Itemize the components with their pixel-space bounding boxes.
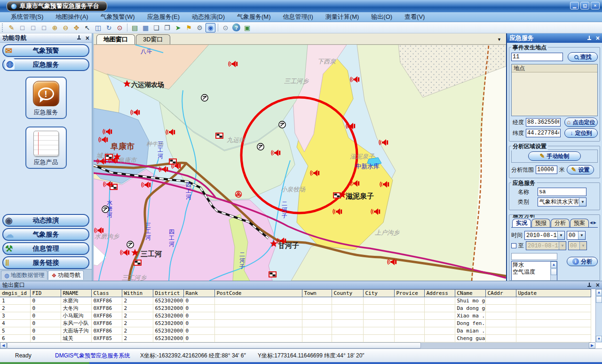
hour-to-select[interactable]: 00 ▼	[568, 241, 587, 250]
column-header[interactable]: dmgis_id	[0, 290, 30, 297]
tab-forecast[interactable]: 预报	[531, 219, 550, 227]
menu-view[interactable]: 查看(V)	[398, 13, 431, 21]
column-header[interactable]: PostCode	[214, 290, 302, 297]
map-canvas[interactable]: 八斗六运湖农场三工河乡下西泉九运街阜康市城关镇阜康市种牛场滋泥泉子中新水库滋泥泉…	[94, 45, 506, 281]
tab-scroll-arrows[interactable]: ◀▶	[590, 221, 597, 225]
hour-select[interactable]: 00 ▼	[567, 231, 586, 240]
listbox-scrollbar[interactable]: ▲	[550, 261, 557, 281]
close-button[interactable]: ×	[591, 2, 600, 9]
mine-marker[interactable]	[279, 121, 285, 128]
print-icon[interactable]: ❏	[151, 23, 161, 32]
column-header[interactable]: Within	[122, 290, 153, 297]
tab-3d-window[interactable]: 3D窗口	[136, 34, 170, 44]
analyze-button[interactable]: i 分析	[567, 257, 598, 266]
column-header[interactable]: Rank	[183, 290, 214, 297]
chevron-down-icon[interactable]: ▼	[579, 198, 586, 206]
flag-marker[interactable]	[169, 159, 176, 164]
tab-function-navigation[interactable]: ❖ 功能导航	[48, 270, 84, 280]
zoom-in-icon[interactable]: ⊕	[50, 23, 60, 32]
tab-analysis[interactable]: 分析	[551, 219, 570, 227]
sidebar-item-weather-service[interactable]: ☁ 气象服务	[2, 228, 89, 241]
column-header[interactable]: CAddr	[485, 290, 516, 297]
sidebar-item-info-management[interactable]: ⚒ 信息管理	[2, 242, 89, 255]
full-extent-icon[interactable]: ◫	[93, 23, 103, 32]
chevron-down-icon[interactable]: ▼	[497, 37, 501, 42]
list-item[interactable]: 空气温度	[512, 269, 550, 276]
settings-icon[interactable]: ⚙	[195, 23, 205, 32]
sidebar-item-weather-warning[interactable]: ✉ 气象预警	[2, 44, 89, 57]
select-shape-icon[interactable]: □	[39, 23, 49, 32]
export-map-icon[interactable]: ▦	[141, 23, 150, 32]
table-row[interactable]: 50大面场子沟0XFF8626523020000Da mian ...	[0, 327, 591, 335]
menu-system[interactable]: 系统管理(S)	[5, 13, 49, 21]
select-rect-icon[interactable]: □	[17, 23, 27, 32]
refresh-icon[interactable]: ↻	[104, 23, 114, 32]
close-icon[interactable]: ×	[86, 35, 89, 41]
mine-marker[interactable]	[201, 95, 208, 101]
chevron-down-icon[interactable]: ▼	[559, 242, 566, 250]
chevron-down-icon[interactable]: ▼	[557, 231, 564, 239]
output-table[interactable]: dmgis_idFIDRNAMEClassWithinDistrictRankP…	[0, 289, 591, 342]
analysis-range-input[interactable]	[536, 166, 557, 174]
scroll-up-icon[interactable]: ▲	[596, 289, 602, 296]
chevron-down-icon[interactable]: ▼	[578, 231, 585, 239]
toolbar-grip[interactable]	[2, 24, 4, 32]
emergency-product-button[interactable]: 应急产品	[25, 127, 67, 169]
scroll-down-icon[interactable]: ▼	[596, 336, 602, 342]
column-header[interactable]: City	[363, 290, 394, 297]
manual-draw-button[interactable]: ✎ 手动绘制	[528, 151, 581, 161]
click-locate-button[interactable]: ⌂ 点击定位	[564, 118, 598, 127]
sidebar-item-dynamic-deduction[interactable]: ◉ 动态推演	[2, 214, 89, 227]
locate-to-button[interactable]: ↓ 定位到	[564, 128, 598, 138]
close-icon[interactable]: ×	[596, 282, 600, 288]
table-row[interactable]: 20大冬沟0XFF8626523020000Da dong gou	[0, 305, 591, 312]
column-header[interactable]: Town	[302, 290, 332, 297]
pointer-icon[interactable]: ↖	[82, 23, 92, 32]
tab-live[interactable]: 实况	[512, 219, 531, 227]
tab-map-window[interactable]: 地图窗口	[96, 34, 135, 44]
flag-marker[interactable]	[269, 272, 276, 277]
restore-button[interactable]: ◱	[580, 2, 589, 9]
menu-map-ops[interactable]: 地图操作(A)	[49, 13, 94, 21]
minimize-button[interactable]: ▁	[570, 2, 579, 9]
menu-info-management[interactable]: 信息管理(I)	[277, 13, 319, 21]
element-listbox[interactable]: 降水 空气温度 ▲	[511, 261, 557, 281]
table-row[interactable]: 40东风一小队0XFF8626523020000Dong fen...	[0, 320, 591, 327]
table-row[interactable]: 30小马厩沟0XFF8626523020000Xiao ma ...	[0, 312, 591, 320]
green-pointer-icon[interactable]: ➤	[173, 23, 183, 32]
zoom-scale-icon[interactable]: ⊙	[115, 23, 125, 32]
select-area-icon[interactable]: □	[28, 23, 38, 32]
scroll-left-icon[interactable]: ◀	[0, 342, 7, 348]
globe-icon[interactable]: ◉	[206, 23, 215, 32]
pan-icon[interactable]: ✥	[71, 23, 81, 32]
date-select[interactable]: 2010-08-13 ▼	[524, 231, 565, 240]
table-row[interactable]: 60城关0XFF8526523020000Cheng guan	[0, 335, 591, 342]
layers-icon[interactable]: ▤	[130, 23, 140, 32]
element-filter-input[interactable]	[511, 253, 557, 260]
chevron-down-icon[interactable]: ▼	[579, 242, 586, 250]
column-header[interactable]: District	[153, 290, 183, 297]
set-range-button[interactable]: ✎ 设置	[567, 165, 594, 174]
list-item[interactable]: 降水	[512, 261, 550, 269]
menu-output[interactable]: 输出(O)	[365, 13, 398, 21]
column-header[interactable]: Address	[424, 290, 455, 297]
column-header[interactable]: Class	[91, 290, 122, 297]
emergency-service-button[interactable]: ! 应急服务	[25, 77, 67, 119]
menu-weather-warning[interactable]: 气象预警(W)	[95, 13, 141, 21]
zoom-out-icon[interactable]: ⊖	[61, 23, 71, 32]
sidebar-item-emergency-service[interactable]: ◍ 应急服务	[2, 58, 89, 71]
mine-marker[interactable]	[127, 241, 134, 248]
scrollbar-thumb[interactable]	[7, 342, 421, 348]
measure-icon[interactable]: ✎	[7, 23, 16, 32]
flag-marker[interactable]	[216, 133, 223, 138]
date-to-select[interactable]: 2010-08-13 ▼	[526, 241, 566, 250]
event-location-input[interactable]	[511, 53, 563, 61]
sidebar-item-service-links[interactable]: ‖ 服务链接	[2, 256, 89, 269]
column-header[interactable]: RNAME	[61, 290, 91, 297]
help-icon[interactable]: ?	[232, 24, 240, 32]
longitude-input[interactable]	[526, 118, 561, 127]
service-type-select[interactable]: 气象和洪水灾害 ▼	[538, 198, 586, 206]
tab-map-data-management[interactable]: ◍ 地图数据管理	[1, 270, 48, 280]
column-header[interactable]: County	[332, 290, 363, 297]
menu-emergency-service[interactable]: 应急服务(E)	[141, 13, 186, 21]
